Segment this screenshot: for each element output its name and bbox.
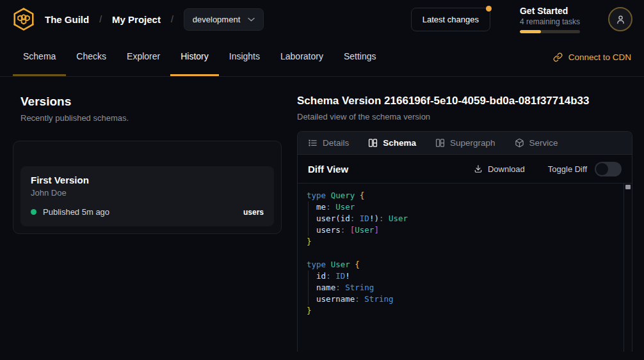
version-list-item[interactable]: First Version John Doe Published 5m ago … bbox=[20, 166, 274, 226]
box-icon bbox=[515, 138, 524, 148]
list-icon bbox=[308, 138, 318, 148]
tab-label: Laboratory bbox=[280, 51, 323, 61]
schema-version-detail: Schema Version 2166196f-5e10-4059-bd0a-0… bbox=[297, 95, 632, 352]
version-author: John Doe bbox=[31, 188, 264, 198]
schema-code-viewer: type Query { me: User user(id: ID!): Use… bbox=[298, 184, 632, 352]
person-icon bbox=[615, 14, 626, 25]
code-scrollbar-thumb[interactable] bbox=[625, 185, 631, 189]
tab-label: History bbox=[181, 51, 209, 61]
detail-tab-label: Supergraph bbox=[450, 138, 495, 148]
detail-tab-label: Service bbox=[529, 138, 558, 148]
tab-label: Checks bbox=[76, 51, 106, 61]
latest-changes-label: Latest changes bbox=[423, 15, 479, 24]
main-content: Versions Recently published schemas. Fir… bbox=[0, 77, 644, 352]
versions-panel: Versions Recently published schemas. Fir… bbox=[13, 95, 282, 352]
versions-subtitle: Recently published schemas. bbox=[20, 113, 282, 123]
download-button[interactable]: Download bbox=[474, 164, 525, 174]
published-status-icon bbox=[31, 209, 36, 215]
version-name: First Version bbox=[31, 175, 264, 185]
tab-history[interactable]: History bbox=[170, 38, 219, 76]
connect-to-cdn-label: Connect to CDN bbox=[568, 52, 631, 62]
version-status: Published 5m ago bbox=[43, 207, 109, 217]
app-header: The Guild / My Project / development Lat… bbox=[0, 0, 644, 38]
tab-explorer[interactable]: Explorer bbox=[117, 38, 170, 76]
versions-card: First Version John Doe Published 5m ago … bbox=[13, 141, 282, 234]
get-started-title: Get Started bbox=[520, 6, 580, 16]
target-selector-dropdown[interactable]: development bbox=[184, 8, 264, 31]
code-scrollbar[interactable] bbox=[624, 184, 632, 352]
toggle-diff-label: Toggle Diff bbox=[548, 164, 587, 174]
schema-version-subtitle: Detailed view of the schema version bbox=[297, 112, 632, 121]
detail-tab-supergraph[interactable]: Supergraph bbox=[435, 138, 495, 148]
download-icon bbox=[474, 164, 483, 173]
tab-insights[interactable]: Insights bbox=[219, 38, 270, 76]
get-started-subtitle: 4 remaining tasks bbox=[520, 17, 580, 26]
columns-icon bbox=[368, 138, 378, 148]
get-started-progress-fill bbox=[520, 30, 541, 33]
breadcrumb-separator: / bbox=[99, 14, 102, 24]
link-icon bbox=[553, 52, 563, 62]
schema-version-title: Schema Version 2166196f-5e10-4059-bd0a-0… bbox=[297, 95, 632, 107]
breadcrumb: The Guild / My Project / development bbox=[45, 8, 264, 31]
diff-view-header: Diff View Download Toggle Diff bbox=[298, 155, 632, 184]
detail-tab-details[interactable]: Details bbox=[308, 138, 349, 148]
tab-settings[interactable]: Settings bbox=[334, 38, 387, 76]
tab-schema[interactable]: Schema bbox=[13, 38, 66, 76]
columns-icon bbox=[435, 138, 445, 148]
version-meta-row: Published 5m ago users bbox=[31, 207, 264, 217]
toggle-diff-switch[interactable] bbox=[595, 162, 622, 176]
tab-checks[interactable]: Checks bbox=[66, 38, 117, 76]
tab-label: Schema bbox=[23, 51, 56, 61]
diff-view-title: Diff View bbox=[308, 164, 348, 175]
target-nav-tabs: Schema Checks Explorer History Insights … bbox=[0, 38, 644, 77]
get-started-widget[interactable]: Get Started 4 remaining tasks bbox=[520, 6, 580, 33]
chevron-down-icon bbox=[248, 17, 255, 22]
tab-label: Insights bbox=[229, 51, 260, 61]
connect-to-cdn-button[interactable]: Connect to CDN bbox=[553, 52, 631, 62]
detail-tab-label: Details bbox=[323, 138, 349, 148]
get-started-progress-track bbox=[520, 30, 580, 33]
target-selector-value: development bbox=[193, 15, 240, 24]
service-name-badge: users bbox=[243, 208, 264, 217]
user-avatar[interactable] bbox=[608, 7, 632, 31]
toggle-knob bbox=[596, 163, 608, 175]
tab-laboratory[interactable]: Laboratory bbox=[270, 38, 334, 76]
latest-changes-button[interactable]: Latest changes bbox=[411, 8, 490, 31]
detail-tab-strip: Details Schema Supergraph bbox=[298, 132, 632, 155]
download-label: Download bbox=[488, 164, 525, 174]
breadcrumb-project[interactable]: My Project bbox=[112, 14, 161, 25]
schema-detail-card: Details Schema Supergraph bbox=[297, 131, 632, 352]
detail-tab-service[interactable]: Service bbox=[515, 138, 558, 148]
breadcrumb-separator: / bbox=[171, 14, 173, 24]
detail-tab-label: Schema bbox=[383, 138, 416, 148]
notification-dot bbox=[486, 6, 492, 12]
breadcrumb-org[interactable]: The Guild bbox=[45, 14, 89, 25]
versions-title: Versions bbox=[20, 95, 282, 109]
hive-logo-icon[interactable] bbox=[12, 7, 36, 31]
code-block: type Query { me: User user(id: ID!): Use… bbox=[298, 184, 632, 323]
tab-label: Explorer bbox=[127, 51, 160, 61]
tab-label: Settings bbox=[344, 51, 376, 61]
detail-tab-schema[interactable]: Schema bbox=[368, 138, 416, 148]
